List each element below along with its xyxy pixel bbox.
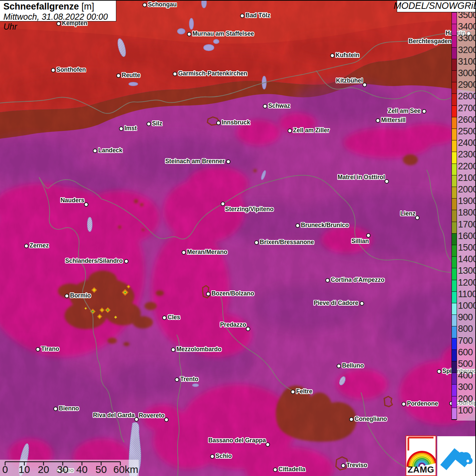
city-label: Trento bbox=[180, 376, 198, 383]
km-scalebar: 0102030405060km bbox=[0, 460, 139, 476]
city-dot bbox=[325, 278, 330, 283]
city-label: Lienz bbox=[400, 210, 415, 217]
colorbar-segment-2200 bbox=[452, 164, 457, 175]
city-dot bbox=[295, 223, 300, 228]
colorbar-tick-label: 600 bbox=[458, 347, 473, 357]
title-box: Schneefallgrenze [m] Mittwoch, 31.08.202… bbox=[0, 0, 116, 21]
city-label: Sterzing/Vipiteno bbox=[225, 206, 274, 213]
city-dot bbox=[171, 347, 175, 352]
city-dot bbox=[116, 73, 121, 78]
colorbar-tick-label: 3100 bbox=[458, 57, 476, 66]
colorbar-tick-label: 2400 bbox=[458, 138, 476, 148]
colorbar-tick-label: 1700 bbox=[458, 220, 476, 229]
city-dot bbox=[187, 32, 191, 36]
model-label: MODEL/SNOWGRiD bbox=[394, 1, 476, 11]
city-label: Nauders bbox=[61, 197, 84, 204]
km-scale-label: 40 bbox=[76, 464, 87, 475]
colorbar bbox=[452, 12, 457, 420]
city-label: Cortina d'Ampezzo bbox=[331, 276, 385, 284]
city-dot bbox=[291, 390, 295, 394]
km-scale-label: 0 bbox=[2, 464, 8, 475]
city-dot bbox=[65, 294, 69, 298]
city-dot bbox=[337, 364, 341, 368]
city-dot bbox=[84, 202, 88, 207]
colorbar-tick-label: 2000 bbox=[458, 185, 476, 194]
km-scale-label: 10 bbox=[19, 464, 30, 475]
colorbar-segment-2400 bbox=[452, 140, 457, 152]
colorbar-segment-3200 bbox=[452, 48, 457, 59]
city-label: Silz bbox=[152, 120, 162, 127]
colorbar-segment-100 bbox=[452, 408, 457, 420]
zamg-rainbow-logo bbox=[406, 436, 436, 467]
city-dot bbox=[422, 109, 426, 114]
colorbar-segment-1100 bbox=[452, 292, 457, 303]
colorbar-tick-label: 2200 bbox=[458, 162, 476, 171]
city-dot bbox=[53, 407, 58, 411]
colorbar-segment-1300 bbox=[452, 268, 457, 280]
city-label: Murnau am Staffelsee bbox=[192, 30, 254, 37]
city-dot bbox=[182, 250, 186, 255]
colorbar-tick-label: 3400 bbox=[458, 22, 476, 31]
city-label: Berchtesgaden bbox=[409, 38, 452, 45]
zamg-wordmark: ZAMG bbox=[406, 464, 436, 475]
title-unit: [m] bbox=[82, 1, 95, 12]
km-scale-label: 30 bbox=[57, 464, 68, 475]
city-dot bbox=[240, 14, 244, 18]
city-label: Zell am See bbox=[388, 107, 421, 115]
colorbar-tick-label: 2100 bbox=[458, 173, 476, 183]
colorbar-segment-3000 bbox=[452, 71, 457, 82]
colorbar-segment-2900 bbox=[452, 82, 457, 94]
city-dot bbox=[226, 159, 231, 164]
colorbar-tick-label: 2900 bbox=[458, 80, 476, 89]
colorbar-segment-1600 bbox=[452, 234, 457, 245]
colorbar-segment-1000 bbox=[452, 303, 457, 315]
colorbar-tick-label: 1800 bbox=[458, 208, 476, 217]
city-dot bbox=[376, 118, 380, 123]
colorbar-segment-3100 bbox=[452, 59, 457, 71]
colorbar-segment-2000 bbox=[452, 187, 457, 199]
colorbar-tick-label: 800 bbox=[458, 324, 473, 334]
city-dot bbox=[360, 301, 364, 306]
colorbar-segment-2500 bbox=[452, 129, 457, 140]
zamg-logo-box: ZAMG bbox=[406, 436, 436, 476]
city-label: Bad Tölz bbox=[245, 12, 270, 19]
colorbar-segment-1800 bbox=[452, 210, 457, 222]
city-dot bbox=[164, 418, 169, 422]
city-label: Sillian bbox=[351, 238, 369, 245]
colorbar-segment-3300 bbox=[452, 36, 457, 47]
city-label: Bozen/Bolzano bbox=[211, 290, 254, 297]
city-dot bbox=[175, 377, 179, 382]
colorbar-segment-600 bbox=[452, 350, 457, 361]
model-box: MODEL/SNOWGRiD bbox=[397, 0, 476, 12]
city-label: Rovereto bbox=[139, 412, 165, 419]
snowgrid-map-page: SchongauBad TölzKemptenMurnau am Staffel… bbox=[0, 0, 476, 476]
colorbar-segment-3400 bbox=[452, 24, 457, 36]
city-label: Schio bbox=[216, 453, 232, 460]
city-label: Feltre bbox=[296, 388, 312, 395]
mountain-cloud-icon bbox=[437, 436, 476, 476]
city-dot bbox=[93, 149, 97, 153]
colorbar-segment-3500 bbox=[452, 13, 457, 24]
city-dot bbox=[246, 327, 250, 331]
city-label: Sonthofen bbox=[56, 66, 86, 73]
colorbar-segment-2600 bbox=[452, 117, 457, 129]
city-dot bbox=[415, 216, 420, 220]
city-dot bbox=[349, 417, 354, 422]
city-dot bbox=[385, 179, 389, 184]
city-dot bbox=[36, 347, 40, 352]
colorbar-segment-2300 bbox=[452, 152, 457, 164]
city-label: Riva del Garda bbox=[93, 412, 135, 419]
colorbar-tick-label: 900 bbox=[458, 312, 473, 322]
city-label: Kufstein bbox=[336, 52, 359, 59]
city-dot bbox=[24, 244, 29, 248]
city-label: Reutte bbox=[122, 72, 140, 79]
title-parameter: Schneefallgrenze bbox=[3, 1, 79, 12]
city-dot bbox=[273, 468, 277, 472]
city-dot bbox=[206, 292, 210, 296]
km-scale-label: 50 bbox=[96, 464, 107, 475]
city-dot bbox=[162, 316, 167, 320]
colorbar-segment-2800 bbox=[452, 94, 457, 105]
city-label: Landeck bbox=[98, 147, 122, 154]
city-label: Conegliano bbox=[355, 415, 387, 423]
city-dot bbox=[221, 202, 225, 206]
